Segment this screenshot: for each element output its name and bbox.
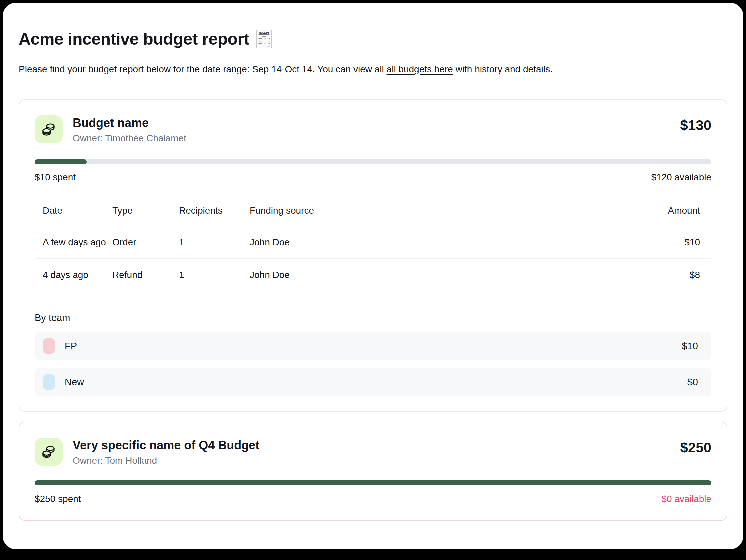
budget-card-2: Very specific name of Q4 Budget Owner: T… [19, 422, 727, 521]
coins-icon [40, 443, 57, 460]
budget-progress-fill [35, 480, 711, 485]
budget-card-2-header: Very specific name of Q4 Budget Owner: T… [35, 438, 711, 467]
row2-amount: $8 [638, 258, 711, 291]
header-type: Type [112, 198, 179, 226]
team-label: New [65, 377, 84, 388]
header-amount: Amount [638, 198, 711, 226]
row2-recipients: 1 [179, 258, 250, 291]
row2-type: Refund [112, 258, 179, 291]
transactions-table: Date Type Recipients Funding source Amou… [35, 198, 711, 291]
page-title-text: Acme incentive budget report [19, 29, 249, 49]
row2-date: 4 days ago [35, 258, 112, 291]
spent-label: $250 spent [35, 493, 81, 505]
budget-owner: Owner: Tom Holland [73, 454, 259, 467]
page-title: Acme incentive budget report RECEIPT [19, 29, 727, 49]
by-team-title: By team [35, 312, 711, 324]
budget-total-amount: $250 [680, 439, 711, 456]
team-color-swatch [43, 374, 55, 390]
coins-icon [40, 121, 57, 138]
spent-label: $10 spent [35, 172, 76, 183]
intro-text: Please find your budget report below for… [19, 63, 727, 75]
row1-funding-source: John Doe [250, 226, 638, 258]
team-label: FP [65, 341, 77, 352]
available-label: $0 available [662, 493, 711, 505]
budget-progress-bar [35, 159, 711, 164]
available-label: $120 available [651, 172, 711, 183]
receipt-icon: RECEIPT [255, 29, 272, 49]
team-amount: $10 [682, 341, 698, 352]
row1-date: A few days ago [35, 226, 112, 258]
budget-card-1-header: Budget name Owner: Timothée Chalamet $13… [35, 115, 711, 145]
budget-card-1: Budget name Owner: Timothée Chalamet $13… [19, 99, 727, 412]
budget-progress-fill [35, 159, 87, 164]
team-amount: $0 [687, 377, 698, 388]
svg-text:RECEIPT: RECEIPT [259, 31, 269, 34]
budget-owner: Owner: Timothée Chalamet [73, 132, 186, 145]
header-recipients: Recipients [179, 198, 250, 226]
budget-icon-tile [35, 438, 63, 466]
team-color-swatch [43, 338, 55, 354]
team-row-new: New $0 [35, 368, 711, 396]
report-page: Acme incentive budget report RECEIPT Ple… [3, 3, 743, 549]
intro-before-link: Please find your budget report below for… [19, 64, 387, 74]
row1-recipients: 1 [179, 226, 250, 258]
all-budgets-link[interactable]: all budgets here [387, 64, 453, 74]
budget-progress-bar [35, 480, 711, 485]
budget-icon-tile [35, 115, 63, 143]
intro-after-link: with history and details. [453, 64, 553, 74]
row2-funding-source: John Doe [250, 258, 638, 291]
header-date: Date [35, 198, 112, 226]
budget-name: Budget name [73, 115, 186, 131]
budget-name: Very specific name of Q4 Budget [73, 438, 259, 453]
budget-total-amount: $130 [680, 117, 711, 134]
team-row-fp: FP $10 [35, 332, 711, 360]
row1-type: Order [112, 226, 179, 258]
header-funding-source: Funding source [250, 198, 638, 226]
row1-amount: $10 [638, 226, 711, 258]
